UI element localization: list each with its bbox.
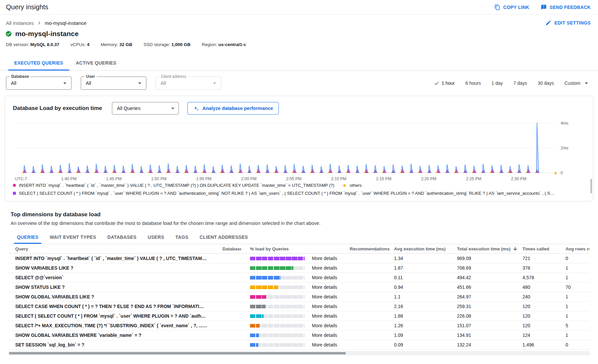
svg-text:2:25 PM: 2:25 PM (466, 177, 481, 181)
dimension-tabs: QUERIESWAIT EVENT TYPESDATABASESUSERSTAG… (9, 231, 589, 244)
detail-value: 4 (87, 42, 90, 47)
table-row: SELECT ( SELECT COUNT ( * ) FROM `mysql`… (9, 311, 589, 321)
more-details-link[interactable]: More details (305, 256, 341, 261)
dim-tab-tags[interactable]: TAGS (170, 231, 194, 244)
query-text: SHOW STATUS LIKE ? (15, 285, 214, 290)
svg-text:UTC-7: UTC-7 (15, 177, 27, 181)
svg-text:4ms: 4ms (561, 121, 569, 126)
more-details-link[interactable]: More details (305, 342, 341, 347)
total-execution-time: 708.69 (453, 265, 519, 271)
horizontal-scrollbar-thumb[interactable] (9, 352, 346, 354)
queries-filter-value: All Queries (117, 106, 140, 111)
edit-settings-button[interactable]: EDIT SETTINGS (545, 20, 591, 26)
queries-filter-select[interactable]: All Queries (112, 102, 179, 115)
total-execution-time: 134.91 (453, 333, 519, 338)
load-bar (250, 257, 305, 260)
header-actions: COPY LINK SEND FEEDBACK (494, 4, 591, 10)
tab-active-queries[interactable]: ACTIVE QUERIES (70, 56, 123, 70)
time-range-6-hours[interactable]: 6 hours (466, 80, 481, 86)
send-feedback-button[interactable]: SEND FEEDBACK (541, 4, 591, 10)
send-feedback-label: SEND FEEDBACK (550, 5, 591, 10)
dim-tab-client-addresses[interactable]: CLIENT ADDRESSES (194, 231, 254, 244)
query-text: SELECT @@`version` (15, 275, 214, 280)
chart-vertical-scrollbar[interactable] (590, 179, 592, 193)
column-header-query[interactable]: Query (15, 246, 214, 251)
horizontal-scrollbar[interactable] (9, 351, 589, 355)
load-cell (241, 276, 305, 280)
edit-settings-label: EDIT SETTINGS (554, 20, 591, 26)
client-address-filter-value: All (161, 80, 166, 86)
instance-detail-ssd-storage: SSD storage: 1,000 GB (143, 42, 190, 47)
time-range-30-days[interactable]: 30 days (538, 80, 554, 86)
detail-label: Memory: (101, 42, 119, 47)
legend-circle-swatch (13, 184, 16, 187)
avg-rows-returned: 1 (562, 333, 589, 338)
column-header-load-by-queries[interactable]: % load by Queries (241, 246, 305, 251)
load-bar-fill (250, 314, 264, 318)
column-header-times-called[interactable]: Times called (519, 246, 562, 251)
chevron-down-icon (211, 79, 218, 87)
legend-square-swatch (13, 192, 16, 195)
query-text: INSERT INTO `mysql` . `heartbeat` ( `id`… (15, 256, 214, 261)
time-range-custom[interactable]: Custom (565, 79, 590, 87)
times-called: 4,578 (519, 275, 562, 280)
column-header-avg-execution-time-ms[interactable]: Avg execution time (ms) (390, 246, 453, 251)
more-details-link[interactable]: More details (305, 323, 341, 328)
legend-item-select-select-coun: SELECT ( SELECT COUNT ( * ) FROM `mysql`… (13, 191, 555, 196)
query-text: SELECT CASE WHEN COUNT ( * ) = ? THEN ? … (15, 304, 214, 309)
chart-title: Database Load by execution time (13, 105, 102, 112)
column-header-recommendations[interactable]: Recommendations (341, 246, 390, 251)
column-header-database[interactable]: Database (214, 246, 241, 251)
detail-label: Region: (202, 42, 218, 47)
column-header-avg-rows-returned[interactable]: Avg rows returned (562, 246, 589, 251)
svg-text:2:20 PM: 2:20 PM (421, 177, 436, 181)
database-filter-select[interactable]: Database All (6, 77, 72, 90)
load-chart[interactable]: 4ms2ms0★UTC-71:40 PM1:45 PM1:50 PM1:55 P… (13, 117, 584, 182)
query-text: SET SESSION `sql_log_bin` = ? (15, 342, 214, 347)
query-text: SHOW GLOBAL VARIABLES LIKE ? (15, 294, 214, 299)
instance-detail-memory: Memory: 32 GB (101, 42, 132, 47)
more-details-link[interactable]: More details (305, 333, 341, 338)
column-header-total-execution-time-ms[interactable]: Total execution time (ms) (453, 246, 519, 251)
user-filter-select[interactable]: User All (81, 77, 146, 90)
chart-header: Database Load by execution time All Quer… (13, 102, 585, 115)
copy-link-button[interactable]: COPY LINK (494, 4, 529, 10)
detail-value: 1,000 GB (171, 42, 190, 47)
total-execution-time: 494.42 (453, 275, 519, 280)
time-range-1-hour[interactable]: 1 hour (434, 80, 455, 86)
svg-text:2:30 PM: 2:30 PM (511, 177, 526, 181)
breadcrumb-all-instances[interactable]: All instances (6, 20, 34, 26)
time-range-1-day[interactable]: 1 day (491, 80, 503, 86)
instance-details: DB version: MySQL 8.0.37vCPUs: 4Memory: … (0, 38, 598, 47)
more-details-link[interactable]: More details (305, 275, 341, 280)
top-dimensions-section: Top dimensions by database load An overv… (9, 211, 589, 355)
more-details-link[interactable]: More details (305, 285, 341, 290)
dim-tab-wait-event-types[interactable]: WAIT EVENT TYPES (44, 231, 102, 244)
svg-text:2:10 PM: 2:10 PM (331, 177, 347, 181)
load-bar (250, 266, 305, 270)
query-text: SELECT /*+ MAX_EXECUTION_TIME (?) */ `SU… (15, 323, 214, 328)
svg-text:2:05 PM: 2:05 PM (286, 177, 302, 181)
dim-tab-databases[interactable]: DATABASES (102, 231, 142, 244)
load-bar-fill (250, 276, 280, 280)
more-details-link[interactable]: More details (305, 265, 341, 271)
dim-tab-users[interactable]: USERS (142, 231, 170, 244)
analyze-database-performance-button[interactable]: Analyze database performance (187, 102, 279, 115)
more-details-link[interactable]: More details (305, 313, 341, 319)
total-execution-time: 264.97 (453, 294, 519, 299)
more-details-link[interactable]: More details (305, 294, 341, 299)
more-details-link[interactable]: More details (305, 304, 341, 309)
dim-tab-queries[interactable]: QUERIES (11, 231, 44, 244)
query-text: SHOW GLOBAL VARIABLES WHERE `variable_na… (15, 333, 214, 338)
table-body: INSERT INTO `mysql` . `heartbeat` ( `id`… (9, 254, 589, 350)
load-cell (241, 343, 305, 347)
load-bar (250, 286, 305, 289)
time-range-7-days[interactable]: 7 days (513, 80, 527, 86)
avg-execution-time: 1.09 (390, 333, 453, 338)
tab-executed-queries[interactable]: EXECUTED QUERIES (8, 56, 70, 70)
check-icon (434, 80, 439, 86)
times-called: 1,496 (519, 342, 562, 347)
total-execution-time: 969.09 (453, 256, 519, 261)
time-range-label: 1 day (491, 80, 503, 86)
load-bar-fill (250, 257, 305, 260)
